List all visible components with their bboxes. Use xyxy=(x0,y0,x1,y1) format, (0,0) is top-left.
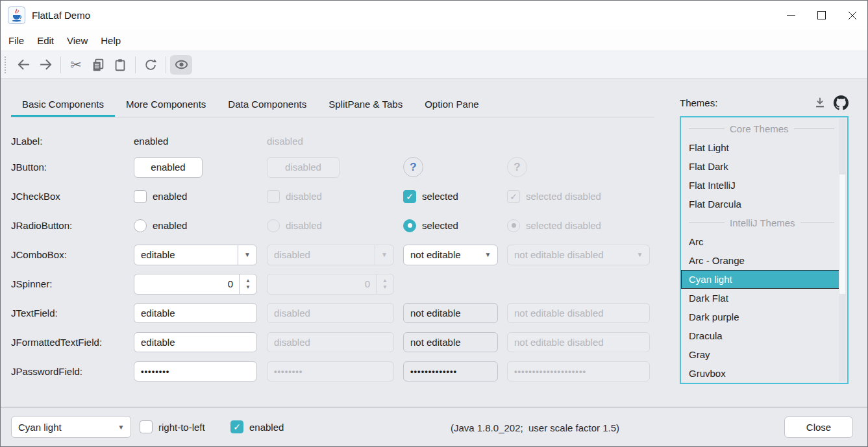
theme-item-dark-flat[interactable]: Dark Flat xyxy=(681,289,847,308)
theme-item-flat-darcula[interactable]: Flat Darcula xyxy=(681,195,847,213)
minimize-icon xyxy=(787,11,795,19)
download-button[interactable] xyxy=(813,96,826,109)
window-title: FlatLaf Demo xyxy=(32,10,90,21)
theme-item-arc[interactable]: Arc xyxy=(681,232,847,251)
jbutton-enabled[interactable]: enabled xyxy=(134,157,203,178)
forward-button[interactable] xyxy=(34,55,56,75)
combobox-not-editable-disabled: not editable disabled ▼ xyxy=(507,245,650,265)
chevron-down-icon[interactable]: ▼ xyxy=(112,417,130,437)
combobox-editable[interactable]: editable ▼ xyxy=(134,245,257,265)
theme-item-flat-intellij[interactable]: Flat IntelliJ xyxy=(681,176,847,195)
tab-strip: Basic Components More Components Data Co… xyxy=(11,91,654,117)
jcheckbox-selected[interactable]: ✓ selected xyxy=(403,190,507,203)
spinner-up-icon[interactable]: ▲ xyxy=(245,278,251,284)
help-button[interactable]: ? xyxy=(403,157,423,177)
chevron-down-icon[interactable]: ▼ xyxy=(238,245,256,265)
copy-button[interactable] xyxy=(87,55,109,75)
theme-item-dracula[interactable]: Dracula xyxy=(681,326,847,345)
theme-item-arc-orange[interactable]: Arc - Orange xyxy=(681,251,847,270)
refresh-icon xyxy=(143,58,158,72)
toolbar-separator xyxy=(166,56,166,73)
github-link-button[interactable] xyxy=(834,95,849,110)
theme-selector-combobox[interactable]: Cyan light ▼ xyxy=(11,416,131,438)
row-label-jlabel: JLabel: xyxy=(11,136,134,147)
checkbox-checked[interactable]: ✓ xyxy=(230,420,243,433)
themes-header: Themes: xyxy=(680,93,849,112)
spinner-down-icon[interactable]: ▼ xyxy=(245,284,251,291)
right-to-left-checkbox[interactable]: right-to-left xyxy=(140,420,205,433)
menu-file[interactable]: File xyxy=(2,30,31,51)
textfield-disabled: disabled xyxy=(267,303,394,323)
enabled-checkbox[interactable]: ✓ enabled xyxy=(230,420,284,433)
jradio-disabled: disabled xyxy=(267,219,403,232)
checkbox-checked-disabled: ✓ xyxy=(507,190,520,203)
menu-edit[interactable]: Edit xyxy=(31,30,60,51)
app-window: FlatLaf Demo File Edit View Help xyxy=(0,0,868,447)
tab-basic-components[interactable]: Basic Components xyxy=(11,91,115,117)
menu-bar: File Edit View Help xyxy=(1,30,867,51)
jlabel-disabled: disabled xyxy=(267,136,403,147)
jradio-enabled[interactable]: enabled xyxy=(134,219,267,232)
back-button[interactable] xyxy=(12,55,34,75)
refresh-button[interactable] xyxy=(140,55,162,75)
menu-view[interactable]: View xyxy=(60,30,94,51)
jradio-selected-disabled: selected disabled xyxy=(507,219,656,232)
chevron-down-icon: ▼ xyxy=(375,245,393,265)
themes-group-core: Core Themes xyxy=(681,119,847,138)
checkbox-unchecked[interactable] xyxy=(140,420,153,433)
jcheckbox-enabled[interactable]: enabled xyxy=(134,190,267,203)
jradio-selected[interactable]: selected xyxy=(403,219,507,232)
paste-button[interactable] xyxy=(109,55,131,75)
show-hidden-toggle-button[interactable] xyxy=(170,55,192,75)
theme-item-gray[interactable]: Gray xyxy=(681,345,847,364)
tool-bar: ✂ xyxy=(1,51,867,79)
row-label-jtextfield: JTextField: xyxy=(11,308,134,319)
minimize-button[interactable] xyxy=(776,1,806,30)
toolbar-grip[interactable] xyxy=(5,56,7,73)
tab-splitpane-tabs[interactable]: SplitPane & Tabs xyxy=(317,91,414,117)
spinner-up-icon: ▲ xyxy=(382,278,388,284)
spinner-disabled: 0 ▲▼ xyxy=(267,274,394,295)
formattedtextfield-editable[interactable]: editable xyxy=(134,332,257,352)
chevron-down-icon[interactable]: ▼ xyxy=(478,245,497,265)
theme-item-flat-dark[interactable]: Flat Dark xyxy=(681,157,847,176)
themes-list: Core Themes Flat Light Flat Dark Flat In… xyxy=(680,116,849,384)
passwordfield-editable[interactable]: •••••••• xyxy=(134,361,257,381)
maximize-icon xyxy=(817,11,826,19)
close-window-button[interactable] xyxy=(837,1,867,30)
status-text: (Java 1.8.0_202; user scale factor 1.5) xyxy=(451,422,619,433)
copy-icon xyxy=(91,58,105,72)
spinner-value[interactable]: 0 xyxy=(134,278,239,289)
spinner-down-icon: ▼ xyxy=(382,284,388,291)
theme-item-cyan-light-selected[interactable]: Cyan light xyxy=(681,270,840,289)
toolbar-separator xyxy=(135,56,136,73)
combobox-not-editable[interactable]: not editable ▼ xyxy=(403,245,498,265)
tab-option-pane[interactable]: Option Pane xyxy=(414,91,490,117)
title-bar: FlatLaf Demo xyxy=(1,1,867,30)
formattedtextfield-not-editable: not editable xyxy=(403,332,498,352)
row-label-jcombobox: JComboBox: xyxy=(11,249,134,260)
radio-unselected[interactable] xyxy=(134,219,147,232)
menu-help[interactable]: Help xyxy=(94,30,127,51)
themes-scrollbar-thumb[interactable] xyxy=(839,175,845,294)
download-icon xyxy=(813,96,826,109)
formattedtextfield-not-editable-disabled: not editable disabled xyxy=(507,332,650,352)
passwordfield-not-editable: ••••••••••••• xyxy=(403,361,498,381)
combobox-disabled: disabled ▼ xyxy=(267,245,394,265)
radio-selected[interactable] xyxy=(403,219,416,232)
textfield-not-editable: not editable xyxy=(403,303,498,323)
tab-data-components[interactable]: Data Components xyxy=(217,91,317,117)
theme-item-flat-light[interactable]: Flat Light xyxy=(681,138,847,157)
cut-button[interactable]: ✂ xyxy=(65,55,87,75)
textfield-editable[interactable]: editable xyxy=(134,303,257,323)
checkbox-checked[interactable]: ✓ xyxy=(403,190,416,203)
textfield-not-editable-disabled: not editable disabled xyxy=(507,303,650,323)
spinner-enabled[interactable]: 0 ▲▼ xyxy=(134,274,257,295)
close-button[interactable]: Close xyxy=(784,417,853,438)
tab-more-components[interactable]: More Components xyxy=(115,91,217,117)
checkbox-unchecked[interactable] xyxy=(134,190,147,203)
jcheckbox-selected-disabled: ✓ selected disabled xyxy=(507,190,656,203)
theme-item-dark-purple[interactable]: Dark purple xyxy=(681,308,847,326)
theme-item-gruvbox[interactable]: Gruvbox xyxy=(681,364,847,383)
maximize-button[interactable] xyxy=(806,1,837,30)
